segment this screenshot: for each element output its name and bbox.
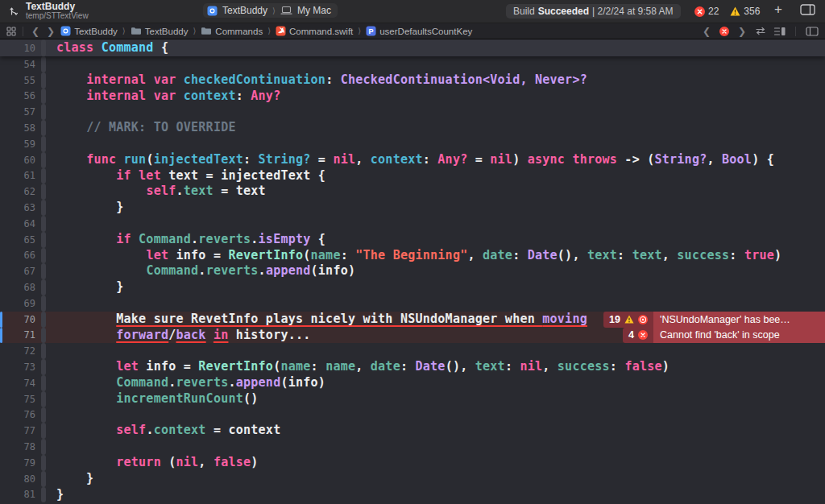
line-number[interactable]: 70 — [0, 314, 37, 325]
line-number[interactable]: 69 — [0, 298, 37, 309]
fold-ribbon[interactable] — [41, 72, 46, 89]
line-number[interactable]: 79 — [0, 457, 37, 469]
line-number[interactable]: 55 — [0, 75, 37, 86]
activity-view[interactable]: Build Succeeded | 2/2/24 at 9:58 AM — [506, 4, 681, 19]
fold-ribbon[interactable] — [41, 136, 46, 152]
fold-ribbon[interactable] — [41, 439, 46, 455]
code-line[interactable]: 79 return (nil, false) — [0, 455, 825, 471]
line-number[interactable]: 57 — [0, 106, 37, 118]
issue-badge[interactable]: 19 — [603, 312, 653, 328]
code-line[interactable]: 73 let info = RevertInfo(name: name, dat… — [0, 359, 825, 375]
inspector-toggle-button[interactable] — [800, 4, 815, 15]
fold-ribbon[interactable] — [41, 312, 46, 328]
code-line[interactable]: 65 if Command.reverts.isEmpty { — [0, 232, 825, 248]
fold-ribbon[interactable] — [41, 471, 46, 487]
add-editor-button[interactable]: + — [774, 2, 782, 16]
minimap-icon[interactable] — [773, 27, 786, 36]
source-editor[interactable]: 10class Command { 5455 internal var chec… — [0, 39, 825, 504]
code-line[interactable]: 68 } — [0, 279, 825, 295]
code-line[interactable]: 69 — [0, 295, 825, 312]
line-number[interactable]: 68 — [0, 282, 37, 293]
issue-indicator-icon[interactable] — [719, 27, 729, 36]
breadcrumb-item[interactable]: PuserDefaultsCountKey — [366, 26, 472, 36]
line-number[interactable]: 81 — [0, 489, 37, 500]
fold-ribbon[interactable] — [41, 375, 46, 391]
issue-message[interactable]: Cannot find 'back' in scope — [653, 328, 825, 344]
code-line[interactable]: 58 // MARK: TO OVERRIDE — [0, 120, 825, 136]
fold-ribbon[interactable] — [41, 423, 46, 439]
fold-ribbon[interactable] — [41, 200, 46, 216]
line-number[interactable]: 71 — [0, 329, 37, 341]
line-number[interactable]: 65 — [0, 234, 37, 246]
code-line[interactable]: 59 — [0, 136, 825, 152]
fold-ribbon[interactable] — [41, 455, 46, 471]
line-number[interactable]: 73 — [0, 361, 37, 373]
fold-ribbon[interactable] — [41, 184, 46, 200]
line-number[interactable]: 61 — [0, 170, 37, 181]
fold-ribbon[interactable] — [41, 152, 46, 168]
code-line[interactable]: 60 func run(injectedText: String? = nil,… — [0, 152, 825, 168]
line-number[interactable]: 80 — [0, 473, 37, 485]
code-line[interactable]: 54 — [0, 56, 825, 72]
breadcrumb-item[interactable]: Commands — [201, 27, 263, 36]
line-number[interactable]: 64 — [0, 218, 37, 229]
code-line[interactable]: 71 forward/back in history...4Cannot fin… — [0, 328, 825, 344]
issue-badge[interactable]: 4 — [623, 328, 653, 344]
code-line[interactable]: 77 self.context = context — [0, 423, 825, 439]
line-number[interactable]: 75 — [0, 394, 37, 405]
fold-ribbon[interactable] — [41, 343, 46, 359]
code-line[interactable]: 70 Make sure RevetInfo plays nicely with… — [0, 312, 825, 328]
fold-ribbon[interactable] — [41, 487, 46, 503]
code-line[interactable]: 78 — [0, 439, 825, 455]
related-items-icon[interactable] — [6, 27, 16, 36]
code-line[interactable]: 63 } — [0, 200, 825, 216]
line-number[interactable]: 74 — [0, 378, 37, 389]
code-line[interactable]: 76 — [0, 407, 825, 423]
line-number[interactable]: 77 — [0, 425, 37, 436]
code-line[interactable]: 56 internal var context: Any? — [0, 89, 825, 105]
next-issue-button[interactable]: ❯ — [736, 26, 748, 37]
fold-ribbon[interactable] — [41, 295, 46, 312]
fold-ribbon[interactable] — [41, 216, 46, 232]
line-number[interactable]: 67 — [0, 266, 37, 277]
line-number[interactable]: 54 — [0, 59, 37, 70]
code-review-icon[interactable] — [755, 27, 766, 35]
error-counter[interactable]: 22 — [694, 6, 719, 17]
fold-ribbon[interactable] — [41, 328, 46, 344]
breadcrumb-item[interactable]: Command.swift — [276, 26, 353, 36]
fold-ribbon[interactable] — [41, 279, 46, 295]
line-number[interactable]: 76 — [0, 409, 37, 420]
warning-counter[interactable]: 356 — [730, 6, 760, 17]
fold-ribbon[interactable] — [41, 56, 46, 72]
fold-ribbon[interactable] — [41, 248, 46, 264]
line-number[interactable]: 63 — [0, 202, 37, 213]
line-number[interactable]: 78 — [0, 441, 37, 452]
fold-ribbon[interactable] — [41, 89, 46, 105]
fold-ribbon[interactable] — [41, 39, 46, 56]
fold-ribbon[interactable] — [41, 168, 46, 184]
code-line[interactable]: 66 let info = RevertInfo(name: "The Begi… — [0, 248, 825, 264]
scheme-name[interactable]: TextBuddy — [222, 5, 267, 16]
sticky-declaration-line[interactable]: 10class Command { — [0, 39, 825, 56]
issue-message[interactable]: 'NSUndoManager' has bee… — [653, 312, 825, 328]
code-line[interactable]: 64 — [0, 216, 825, 232]
fold-ribbon[interactable] — [41, 120, 46, 136]
line-number[interactable]: 59 — [0, 138, 37, 150]
code-line[interactable]: 55 internal var checkedContinuation: Che… — [0, 72, 825, 89]
go-back-button[interactable]: ❮ — [30, 26, 41, 37]
code-line[interactable]: 80 } — [0, 471, 825, 487]
fold-ribbon[interactable] — [41, 359, 46, 375]
fold-ribbon[interactable] — [41, 232, 46, 248]
line-number[interactable]: 62 — [0, 186, 37, 197]
go-forward-button[interactable]: ❯ — [45, 26, 56, 37]
previous-issue-button[interactable]: ❮ — [701, 26, 712, 37]
issue-annotation[interactable]: 4Cannot find 'back' in scope — [623, 328, 825, 344]
line-number[interactable]: 10 — [0, 43, 37, 54]
fold-ribbon[interactable] — [41, 263, 46, 279]
scheme-selector[interactable]: TextBuddy ⟩ My Mac — [203, 3, 338, 18]
code-line[interactable]: 72 — [0, 343, 825, 359]
code-line[interactable]: 67 Command.reverts.append(info) — [0, 263, 825, 279]
fold-ribbon[interactable] — [41, 104, 46, 120]
breadcrumb-item[interactable]: TextBuddy — [60, 26, 118, 36]
code-line[interactable]: 74 Command.reverts.append(info) — [0, 375, 825, 391]
